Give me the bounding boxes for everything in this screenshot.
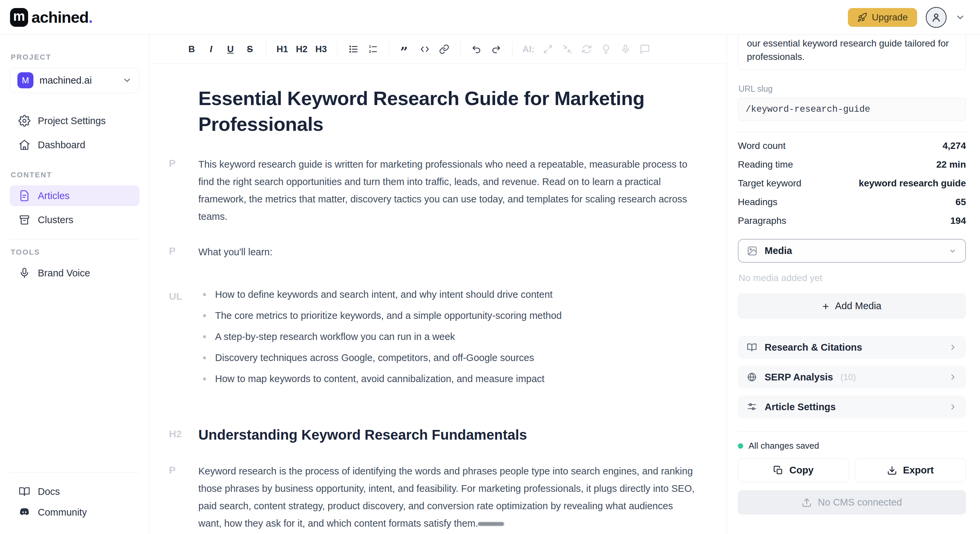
chevron-down-icon[interactable] xyxy=(955,13,965,22)
bold-button[interactable]: B xyxy=(183,40,200,58)
add-media-button[interactable]: + Add Media xyxy=(738,293,966,319)
export-button[interactable]: Export xyxy=(855,458,966,482)
undo-icon xyxy=(471,44,482,54)
stat-value: 4,274 xyxy=(943,140,966,151)
toolbar-separator xyxy=(512,41,512,57)
project-name: machined.ai xyxy=(40,75,116,86)
export-label: Export xyxy=(903,465,934,476)
stat-label: Word count xyxy=(738,140,786,151)
expand-text-button[interactable] xyxy=(539,40,557,58)
home-icon xyxy=(18,139,30,151)
heading2-button[interactable]: H2 xyxy=(293,40,310,58)
rewrite-button[interactable] xyxy=(578,40,595,58)
sidebar-item-community[interactable]: Community xyxy=(10,502,140,523)
heading3-button[interactable]: H3 xyxy=(312,40,330,58)
sidebar-item-project-settings[interactable]: Project Settings xyxy=(10,110,140,131)
serp-analysis-row[interactable]: SERP Analysis (10) xyxy=(738,366,966,389)
ideas-button[interactable] xyxy=(597,40,615,58)
image-icon xyxy=(746,245,758,257)
article-paragraph[interactable]: This keyword research guide is written f… xyxy=(198,156,696,225)
list-item[interactable]: How to map keywords to content, avoid ca… xyxy=(198,373,696,384)
list-item[interactable]: The core metrics to prioritize keywords,… xyxy=(198,310,696,321)
editor-pane: B I U S H1 H2 H3 1 2 xyxy=(150,35,727,534)
copy-label: Copy xyxy=(789,465,814,476)
bullet-list-button[interactable] xyxy=(345,40,362,58)
section-label-project: PROJECT xyxy=(11,53,140,62)
blockquote-button[interactable]: ” xyxy=(397,40,414,58)
expand-icon xyxy=(542,44,553,54)
saved-indicator-dot xyxy=(738,443,743,449)
research-citations-row[interactable]: Research & Citations xyxy=(738,336,966,359)
url-slug-input[interactable] xyxy=(738,98,966,121)
row-label: SERP Analysis xyxy=(765,372,833,383)
row-label: Article Settings xyxy=(765,402,836,413)
stat-paragraphs: Paragraphs 194 xyxy=(738,212,966,230)
chevron-right-icon xyxy=(948,373,957,381)
sidebar-item-label: Dashboard xyxy=(38,140,85,151)
save-status: All changes saved xyxy=(738,432,966,451)
list-item[interactable]: Discovery techniques across Google, comp… xyxy=(198,352,696,363)
sidebar-item-label: Brand Voice xyxy=(38,268,90,279)
sidebar-divider xyxy=(10,472,140,472)
article-stats: Word count 4,274 Reading time 22 min Tar… xyxy=(738,137,966,230)
strikethrough-button[interactable]: S xyxy=(241,40,259,58)
sidebar-item-articles[interactable]: Articles xyxy=(10,185,140,206)
sidebar-item-brand-voice[interactable]: Brand Voice xyxy=(10,263,140,284)
panel-divider xyxy=(738,131,966,132)
mic-icon xyxy=(620,44,631,54)
link-button[interactable] xyxy=(436,40,453,58)
chevron-right-icon xyxy=(948,403,957,411)
article-heading2[interactable]: Understanding Keyword Research Fundament… xyxy=(198,426,696,444)
book-open-icon xyxy=(18,486,30,497)
shorten-text-button[interactable] xyxy=(558,40,576,58)
cms-status-label: No CMS connected xyxy=(818,497,902,508)
article-settings-row[interactable]: Article Settings xyxy=(738,395,966,418)
article-title[interactable]: Essential Keyword Research Guide for Mar… xyxy=(198,85,673,137)
project-selector[interactable]: M machined.ai xyxy=(10,68,140,93)
sidebar-item-label: Community xyxy=(38,507,87,518)
comment-icon xyxy=(640,44,650,54)
list-item[interactable]: A step-by-step research workflow you can… xyxy=(198,331,696,342)
left-sidebar: PROJECT M machined.ai Project Settings D… xyxy=(0,35,150,534)
dictate-button[interactable] xyxy=(617,40,634,58)
undo-button[interactable] xyxy=(468,40,485,58)
stat-reading-time: Reading time 22 min xyxy=(738,155,966,174)
stat-value: 22 min xyxy=(936,159,966,170)
sidebar-item-clusters[interactable]: Clusters xyxy=(10,209,140,230)
redo-icon xyxy=(491,44,501,54)
user-avatar[interactable] xyxy=(926,7,947,28)
article-canvas[interactable]: Essential Keyword Research Guide for Mar… xyxy=(150,64,727,534)
ai-tools-label: AI: xyxy=(520,40,537,58)
cms-connect-button[interactable]: No CMS connected xyxy=(738,490,966,515)
scroll-drag-handle[interactable] xyxy=(477,521,504,526)
italic-button[interactable]: I xyxy=(202,40,220,58)
heading1-button[interactable]: H1 xyxy=(274,40,291,58)
list-item[interactable]: How to define keywords and search intent… xyxy=(198,289,696,300)
collapse-icon xyxy=(562,44,573,54)
sidebar-item-dashboard[interactable]: Dashboard xyxy=(10,134,140,155)
block-marker-p: P xyxy=(169,462,198,532)
upgrade-button[interactable]: Upgrade xyxy=(848,8,917,27)
logo-dot: . xyxy=(89,8,93,26)
redo-button[interactable] xyxy=(487,40,505,58)
underline-button[interactable]: U xyxy=(222,40,239,58)
media-section-toggle[interactable]: Media xyxy=(738,239,966,263)
comment-button[interactable] xyxy=(636,40,654,58)
discord-icon xyxy=(18,506,30,518)
block-marker-p: P xyxy=(169,243,198,261)
top-bar: m achined. Upgrade xyxy=(0,0,980,35)
logo-m-badge: m xyxy=(10,8,28,27)
toolbar-separator xyxy=(460,41,461,57)
row-label: Research & Citations xyxy=(765,342,862,353)
sidebar-item-docs[interactable]: Docs xyxy=(10,481,140,502)
ordered-list-button[interactable]: 1 2 xyxy=(364,40,382,58)
chevron-down-icon xyxy=(948,246,957,256)
copy-button[interactable]: Copy xyxy=(738,458,849,482)
toolbar-separator xyxy=(337,41,337,57)
meta-description-field[interactable]: our essential keyword research guide tai… xyxy=(738,35,966,70)
link-icon xyxy=(439,44,450,54)
article-paragraph[interactable]: What you'll learn: xyxy=(198,243,696,261)
article-paragraph[interactable]: Keyword research is the process of ident… xyxy=(198,462,696,532)
code-button[interactable] xyxy=(416,40,433,58)
block-marker xyxy=(169,85,198,137)
